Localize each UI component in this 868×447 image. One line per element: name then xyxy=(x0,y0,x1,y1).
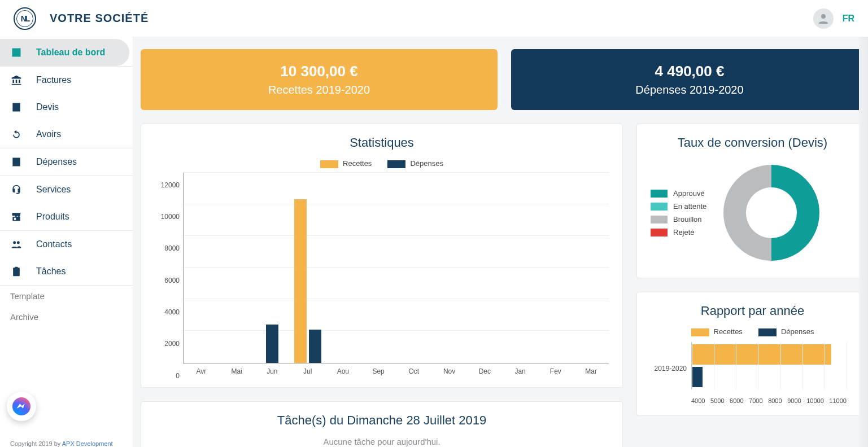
tasks-empty-message: Aucune tâche pour aujourd'hui. xyxy=(155,437,609,446)
sidebar-item-expenses[interactable]: Dépenses xyxy=(0,148,133,176)
legend-revenue[interactable]: Recettes xyxy=(320,159,372,168)
dashboard-icon xyxy=(10,47,23,58)
sidebar-item-label: Produits xyxy=(36,212,69,222)
sidebar-item-label: Contacts xyxy=(36,239,72,249)
legend-revenue-label: Recettes xyxy=(343,159,372,168)
messenger-button[interactable] xyxy=(7,392,36,421)
conversion-title: Taux de conversion (Devis) xyxy=(651,135,854,150)
store-icon xyxy=(10,211,23,222)
sidebar-item-template[interactable]: Template xyxy=(0,286,133,306)
svg-point-0 xyxy=(821,14,826,19)
list-icon xyxy=(10,156,23,168)
sidebar-item-products[interactable]: Produits xyxy=(0,203,133,230)
refresh-icon xyxy=(10,129,23,140)
card-statistics: Statistiques Recettes Dépenses 020004000… xyxy=(141,124,623,388)
sidebar-item-label: Dépenses xyxy=(36,157,77,167)
app-logo[interactable]: NL xyxy=(14,7,36,30)
legend-rejected-label: Rejeté xyxy=(673,228,695,236)
legend-draft-label: Brouillon xyxy=(673,215,702,224)
sidebar-item-quotes[interactable]: Devis xyxy=(0,94,133,121)
annual-title: Rapport par année xyxy=(651,304,854,318)
legend-approved-label: Approuvé xyxy=(673,189,705,198)
legend-pending[interactable]: En attente xyxy=(651,202,706,211)
conversion-donut xyxy=(718,159,825,266)
statistics-title: Statistiques xyxy=(155,135,609,150)
sidebar-item-archive[interactable]: Archive xyxy=(0,306,133,327)
annual-legend-expense[interactable]: Dépenses xyxy=(758,327,814,336)
user-icon xyxy=(817,12,830,25)
conversion-legend: Approuvé En attente Brouillon Rejeté xyxy=(651,189,706,236)
bank-icon xyxy=(10,74,23,86)
sidebar-item-tasks[interactable]: Tâches xyxy=(0,258,133,285)
sidebar-item-services[interactable]: Services xyxy=(0,176,133,203)
annual-chart: 2019-2020 400050006000700080009000100001… xyxy=(651,342,854,404)
sidebar-item-dashboard[interactable]: Tableau de bord xyxy=(0,39,129,66)
people-icon xyxy=(10,239,23,250)
legend-rejected[interactable]: Rejeté xyxy=(651,228,706,236)
legend-draft[interactable]: Brouillon xyxy=(651,215,706,224)
sidebar: Tableau de bord Factures Devis Avoirs Dé… xyxy=(0,37,133,447)
annual-legend-revenue[interactable]: Recettes xyxy=(691,327,743,336)
annual-legend: Recettes Dépenses xyxy=(651,327,854,336)
sidebar-item-contacts[interactable]: Contacts xyxy=(0,231,133,258)
card-annual-report: Rapport par année Recettes Dépenses 2019… xyxy=(636,292,868,416)
sidebar-item-invoices[interactable]: Factures xyxy=(0,67,133,94)
tasks-title: Tâche(s) du Dimanche 28 Juillet 2019 xyxy=(155,413,609,428)
kpi-expense-amount: 4 490,00 € xyxy=(522,63,857,80)
kpi-revenue-caption: Recettes 2019-2020 xyxy=(152,84,486,97)
card-tasks: Tâche(s) du Dimanche 28 Juillet 2019 Auc… xyxy=(141,401,623,447)
sidebar-item-label: Tâches xyxy=(36,266,66,277)
legend-approved[interactable]: Approuvé xyxy=(651,189,706,198)
language-switch[interactable]: FR xyxy=(843,14,854,24)
kpi-revenue[interactable]: 10 300,00 € Recettes 2019-2020 xyxy=(141,49,498,110)
footer-copyright: Copyright 2019 by xyxy=(10,440,62,447)
app-header: NL VOTRE SOCIÉTÉ FR xyxy=(0,0,868,37)
kpi-expense-caption: Dépenses 2019-2020 xyxy=(522,84,857,97)
messenger-icon xyxy=(12,397,31,416)
card-conversion: Taux de conversion (Devis) Approuvé En a… xyxy=(636,124,868,278)
sidebar-item-credits[interactable]: Avoirs xyxy=(0,121,133,148)
sidebar-item-label: Tableau de bord xyxy=(36,47,105,58)
annual-y-label: 2019-2020 xyxy=(651,365,687,373)
legend-pending-label: En attente xyxy=(673,202,706,211)
clipboard-icon xyxy=(10,266,23,277)
statistics-legend: Recettes Dépenses xyxy=(155,159,609,168)
kpi-expense[interactable]: 4 490,00 € Dépenses 2019-2020 xyxy=(511,49,868,110)
annual-legend-revenue-label: Recettes xyxy=(714,327,743,336)
statistics-chart: 020004000600080001000012000 AvrMaiJunJul… xyxy=(155,173,609,376)
main-content: 10 300,00 € Recettes 2019-2020 4 490,00 … xyxy=(133,37,868,447)
sidebar-footer: Copyright 2019 by APX Development Limite… xyxy=(10,440,133,447)
company-name: VOTRE SOCIÉTÉ xyxy=(50,12,149,25)
headset-icon xyxy=(10,184,23,195)
annual-legend-expense-label: Dépenses xyxy=(781,327,814,336)
sidebar-item-label: Services xyxy=(36,185,71,195)
list-icon xyxy=(10,102,23,113)
kpi-revenue-amount: 10 300,00 € xyxy=(152,63,486,80)
sidebar-item-label: Avoirs xyxy=(36,129,61,139)
sidebar-item-label: Devis xyxy=(36,102,59,112)
app-logo-text: NL xyxy=(21,14,29,23)
user-avatar[interactable] xyxy=(813,8,834,29)
sidebar-item-label: Factures xyxy=(36,75,71,85)
legend-expense-label: Dépenses xyxy=(410,159,443,168)
legend-expense[interactable]: Dépenses xyxy=(387,159,443,168)
